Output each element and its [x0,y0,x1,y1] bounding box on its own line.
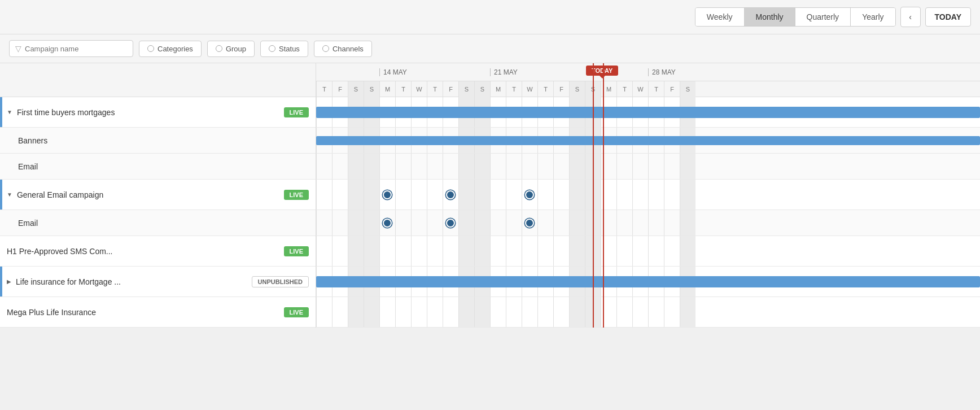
dot-marker [383,219,392,228]
grid-cell [632,297,648,327]
grid-cell [664,210,680,235]
grid-cell [632,180,648,210]
grid-cell [411,154,427,179]
grid-cell [490,297,506,327]
grid-cell [648,210,664,235]
today-indicator: TODAY [586,66,618,78]
sub-item-name: Banners [18,136,309,145]
grid-cell [664,180,680,210]
search-box[interactable]: ▽ [9,40,133,57]
grid-cell [506,180,522,210]
today-button[interactable]: TODAY [925,7,971,27]
sub-item-name: Email [18,219,309,228]
grid-cell [664,154,680,179]
grid-cell [537,210,553,235]
status-filter[interactable]: Status [260,41,308,57]
tab-monthly[interactable]: Monthly [745,8,795,26]
day-cell: M [490,81,506,97]
grid-row [316,180,980,210]
day-row: T F S S M T W T F S S M T W T F S [316,81,980,97]
tab-yearly[interactable]: Yearly [851,8,895,26]
grid-cell [395,236,411,266]
sub-row: Email [0,154,316,180]
expand-icon[interactable]: ▼ [7,109,12,115]
view-tabs: Weekly Monthly Quarterly Yearly [695,7,896,27]
status-badge: LIVE [284,190,309,200]
grid-cell [427,297,443,327]
dot-marker [383,190,392,199]
grid-cell [569,297,585,327]
grid-cell [680,297,695,327]
day-cell: M [379,81,395,97]
gantt-bar-banners [316,136,980,145]
tab-quarterly[interactable]: Quarterly [795,8,851,26]
grid-cell [395,210,411,235]
grid-cell [443,297,458,327]
date-label-21may: 21 MAY [490,68,518,76]
grid-cell [395,180,411,210]
day-cell: T [316,81,332,97]
grid-cell [364,297,379,327]
grid-cell [616,154,632,179]
grid-cell [569,236,585,266]
campaign-row: ▼ First time buyers mortgages LIVE [0,97,316,128]
grid-cell [348,236,364,266]
grid-cell [395,154,411,179]
grid-cell [648,297,664,327]
grid-row-sub [316,154,980,180]
grid-cell [506,154,522,179]
grid-cell [569,154,585,179]
grid-cell [443,236,458,266]
grid-cell [427,154,443,179]
categories-label: Categories [158,45,193,53]
grid-cell [537,236,553,266]
grid-cell [553,180,569,210]
grid-cell [522,236,537,266]
expand-icon[interactable]: ▼ [7,191,12,198]
grid-cell [506,297,522,327]
search-input[interactable] [25,45,127,53]
campaign-name: Life insurance for Mortgage ... [16,277,252,286]
grid-cell [427,236,443,266]
campaign-row: Mega Plus Life Insurance LIVE [0,297,316,328]
grid-cell [332,297,348,327]
group-filter[interactable]: Group [207,41,255,57]
channels-filter[interactable]: Channels [314,41,372,57]
expand-icon[interactable]: ▶ [7,278,11,285]
day-cell: T [616,81,632,97]
grid-cell [522,154,537,179]
dot-marker [525,219,534,228]
day-cell: T [537,81,553,97]
grid-cell [490,180,506,210]
grid-cell [348,210,364,235]
grid-cell [553,236,569,266]
campaign-row: H1 Pre-Approved SMS Com... LIVE [0,236,316,267]
grid-cell [648,154,664,179]
grid-row [316,297,980,328]
grid-cell [411,297,427,327]
grid-cell [348,154,364,179]
day-cell: S [364,81,379,97]
categories-filter[interactable]: Categories [139,41,202,57]
grid-cell [522,297,537,327]
day-cell: F [443,81,458,97]
campaign-name: Mega Plus Life Insurance [7,308,284,317]
day-cell: W [411,81,427,97]
grid-cell [680,154,695,179]
day-cell: T [506,81,522,97]
grid-cell [664,236,680,266]
grid-cell [332,154,348,179]
grid-cell [490,210,506,235]
grid-cell [458,180,474,210]
day-cell: F [553,81,569,97]
radio-dot [147,45,154,52]
grid-cell [474,154,490,179]
gantt-bar-full [316,107,980,118]
grid-cell [364,180,379,210]
prev-button[interactable]: ‹ [900,7,921,27]
grid-cell [490,236,506,266]
channels-label: Channels [333,45,364,53]
grid-cell [443,154,458,179]
grid-cell [569,210,585,235]
tab-weekly[interactable]: Weekly [695,8,745,26]
